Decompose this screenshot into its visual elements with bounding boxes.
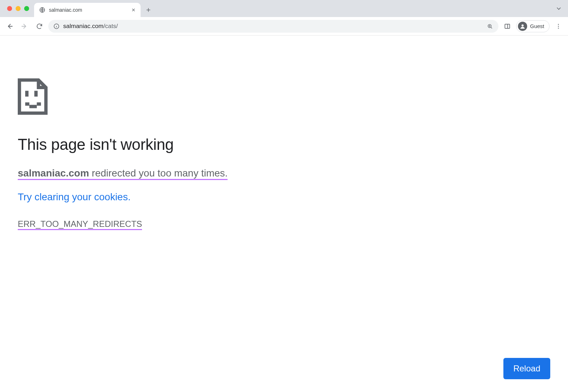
browser-tab[interactable]: salmaniac.com (34, 3, 141, 17)
error-code: ERR_TOO_MANY_REDIRECTS (18, 219, 142, 230)
svg-rect-10 (25, 102, 29, 105)
sad-page-icon (18, 78, 48, 115)
svg-rect-11 (29, 105, 37, 108)
error-suggestion: Try clearing your cookies. (18, 191, 550, 203)
svg-rect-12 (37, 102, 41, 105)
reload-button[interactable]: Reload (503, 358, 550, 379)
side-panel-icon[interactable] (501, 20, 513, 32)
error-page: This page isn't working salmaniac.com re… (0, 36, 568, 230)
url-text: salmaniac.com/cats/ (63, 23, 483, 30)
toolbar: salmaniac.com/cats/ Guest (0, 17, 568, 36)
suggestion-period: . (128, 191, 131, 202)
profile-chip[interactable]: Guest (516, 20, 550, 32)
close-tab-icon[interactable] (131, 7, 136, 13)
back-button[interactable] (4, 20, 16, 32)
avatar-icon (518, 22, 527, 31)
error-headline: This page isn't working (18, 136, 550, 153)
zoom-icon[interactable] (486, 23, 493, 30)
url-path: /cats/ (103, 23, 118, 29)
tab-overflow-icon[interactable] (555, 5, 562, 12)
tab-title: salmaniac.com (49, 7, 127, 13)
traffic-light-zoom-icon[interactable] (24, 6, 29, 11)
traffic-light-close-icon[interactable] (7, 6, 12, 11)
site-info-icon[interactable] (53, 23, 60, 29)
traffic-light-minimize-icon[interactable] (16, 6, 21, 11)
url-host: salmaniac.com (63, 23, 103, 29)
forward-button[interactable] (18, 20, 31, 32)
svg-point-6 (558, 26, 559, 27)
kebab-menu-icon[interactable] (552, 20, 564, 32)
svg-rect-9 (34, 91, 38, 97)
error-message: salmaniac.com redirected you too many ti… (18, 168, 228, 180)
tab-strip: salmaniac.com (0, 0, 568, 17)
svg-point-7 (558, 27, 559, 28)
window-controls (4, 0, 33, 17)
globe-icon (39, 7, 45, 13)
profile-label: Guest (530, 23, 544, 29)
new-tab-button[interactable] (143, 4, 154, 16)
reload-toolbar-button[interactable] (33, 20, 45, 32)
svg-point-5 (558, 24, 559, 25)
svg-rect-8 (25, 91, 28, 97)
address-bar[interactable]: salmaniac.com/cats/ (48, 20, 498, 33)
error-host: salmaniac.com (18, 168, 89, 179)
svg-point-4 (521, 24, 524, 26)
error-redirect-text: redirected you too many times. (89, 168, 228, 179)
clear-cookies-link[interactable]: Try clearing your cookies (18, 191, 128, 202)
page-content: This page isn't working salmaniac.com re… (0, 36, 568, 392)
